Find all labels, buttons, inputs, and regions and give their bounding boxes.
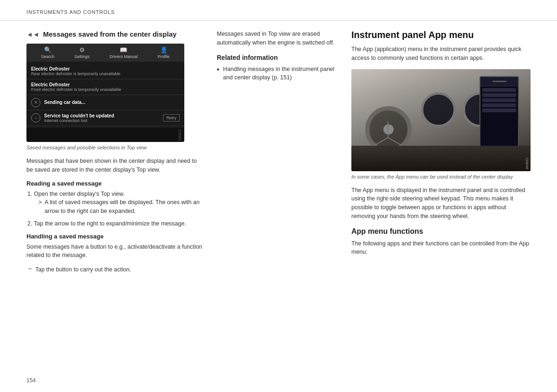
handling-heading: Handling a saved message (26, 233, 203, 240)
book-icon: 📖 (120, 46, 127, 53)
double-arrow-icon: ◄◄ (26, 31, 39, 38)
car-image-caption: In some cases, the App menu can be used … (351, 174, 531, 180)
reading-step-arrow-block: > A list of saved messages will be displ… (39, 198, 203, 216)
page-footer: 154 (26, 377, 36, 384)
bullet-icon: • (217, 65, 220, 83)
screen-profile: 👤 Profile (158, 46, 170, 59)
right-column: Instrument panel App menu The App (appli… (351, 30, 531, 278)
screen-message-2: Electric Defroster Front electric defros… (26, 79, 184, 95)
section-heading-block: ◄◄ Messages saved from the center displa… (26, 30, 203, 39)
related-heading: Related information (217, 54, 337, 61)
reading-step-2-text: Tap the arrow to the right to expand/min… (34, 220, 186, 227)
msg4-icon: ○ (31, 113, 40, 122)
left-column: ◄◄ Messages saved from the center displa… (26, 30, 203, 278)
screen-message-4: ○ Service tag couldn't be updated Intern… (26, 110, 184, 126)
header-title: INSTRUMENTS AND CONTROLS (26, 9, 115, 15)
msg4-subtitle: Internet connection lost (44, 118, 159, 123)
page-number: 154 (26, 377, 36, 384)
screen-mockup: 🔍 Search ⚙ Settings 📖 Drivers Manual 👤 P… (26, 44, 184, 142)
dash-symbol: – (28, 265, 32, 274)
screen-manual-label: Drivers Manual (110, 54, 138, 59)
right-main-heading: Instrument panel App menu (351, 30, 531, 40)
msg2-title: Electric Defroster (31, 82, 180, 87)
search-icon: 🔍 (44, 46, 52, 53)
page-body: ◄◄ Messages saved from the center displa… (0, 20, 557, 296)
screen-caption: Saved messages and possible selections i… (26, 145, 203, 150)
reading-step-1-text: Open the center display's Top view. (34, 191, 124, 197)
handling-dash-text: Tap the button to carry out the action. (35, 265, 131, 274)
screen-search-label: Search (41, 54, 55, 59)
screen-message-1: Electric Defroster Rear electric defrost… (26, 64, 184, 79)
screen-settings: ⚙ Settings (74, 46, 90, 59)
dashboard-bottom (351, 146, 531, 171)
screen-settings-label: Settings (74, 54, 90, 59)
screen-profile-label: Profile (158, 54, 170, 59)
profile-icon: 👤 (160, 46, 168, 53)
msg4-title: Service tag couldn't be updated (44, 113, 159, 118)
handling-dash-item: – Tap the button to carry out the action… (28, 265, 203, 274)
handling-body-text: Some messages have a button to e.g., act… (26, 243, 203, 260)
reading-step-1: Open the center display's Top view. > A … (34, 190, 203, 216)
middle-column: Messages saved in Top view are erased au… (217, 30, 337, 278)
right-body-text: The App menu is displayed in the instrum… (351, 186, 531, 221)
msg3-icon: ✕ (31, 98, 40, 107)
page-header: INSTRUMENTS AND CONTROLS (0, 0, 557, 20)
screen-messages-list: Electric Defroster Rear electric defrost… (26, 62, 184, 128)
section-heading: Messages saved from the center display (43, 30, 177, 39)
msg4-content: Service tag couldn't be updated Internet… (44, 113, 159, 123)
related-item-1-text: Handling messages in the instrument pane… (223, 65, 337, 83)
screen-id: C25361 (178, 129, 181, 141)
arrow-indent-text: A list of saved messages will be display… (45, 198, 203, 216)
settings-icon: ⚙ (79, 46, 85, 53)
touchscreen-display (479, 76, 519, 148)
related-item-1: • Handling messages in the instrument pa… (217, 65, 337, 83)
msg3-content: Sending car data... (44, 100, 180, 105)
left-body-text: Messages that have been shown in the cen… (26, 157, 203, 174)
app-menu-heading: App menu functions (351, 227, 531, 236)
screen-message-3: ✕ Sending car data... (26, 95, 184, 110)
msg1-title: Electric Defroster (31, 66, 180, 71)
arrow-indent-icon: > (39, 198, 42, 216)
left-gauge (421, 92, 456, 127)
app-menu-text: The following apps and their functions c… (351, 239, 531, 257)
car-interior-image: C05048 (351, 69, 531, 171)
right-intro-text: The App (application) menu in the instru… (351, 45, 531, 63)
middle-body-text: Messages saved in Top view are erased au… (217, 30, 337, 47)
screen-manual: 📖 Drivers Manual (110, 46, 138, 59)
car-image-id: C05048 (525, 158, 529, 169)
msg3-title: Sending car data... (44, 100, 180, 105)
screen-top-bar: 🔍 Search ⚙ Settings 📖 Drivers Manual 👤 P… (26, 44, 184, 62)
reading-steps-list: Open the center display's Top view. > A … (26, 190, 203, 228)
reading-step-2: Tap the arrow to the right to expand/min… (34, 219, 203, 228)
screen-search: 🔍 Search (41, 46, 55, 59)
msg2-subtitle: Front electric defroster is temporarily … (31, 87, 180, 92)
msg1-subtitle: Rear electric defroster is temporarily u… (31, 71, 180, 76)
screen-bottom-bar: C25361 (26, 128, 184, 142)
reading-heading: Reading a saved message (26, 180, 203, 187)
related-list: • Handling messages in the instrument pa… (217, 65, 337, 83)
msg4-retry-button[interactable]: Retry (163, 114, 180, 122)
